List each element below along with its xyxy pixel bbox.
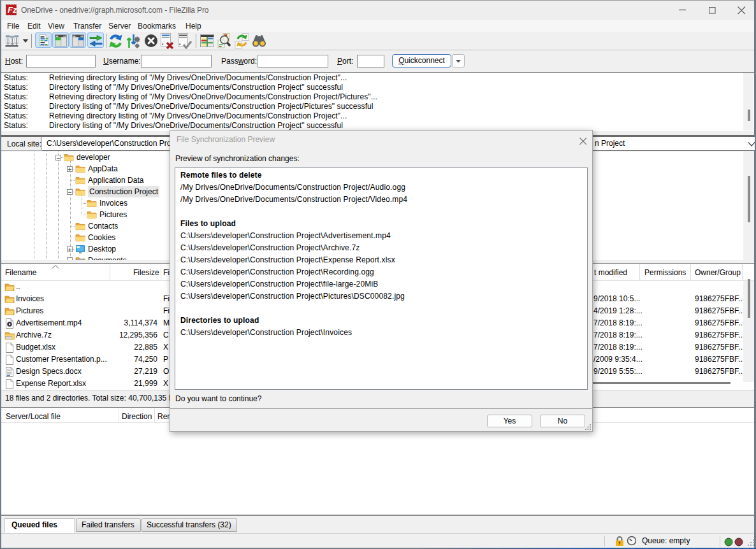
svg-text:Fz: Fz	[8, 5, 17, 15]
